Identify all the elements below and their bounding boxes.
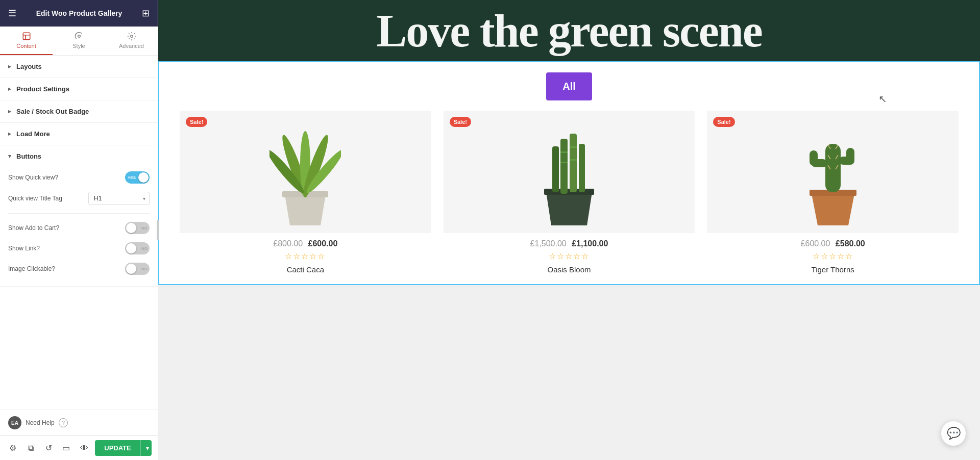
product-price-0: £800.00 £600.00 xyxy=(180,239,431,248)
accordion-layouts-header[interactable]: Layouts xyxy=(0,56,158,78)
product-stars-1: ☆☆☆☆☆ xyxy=(444,251,695,261)
show-add-to-cart-toggle[interactable]: NO xyxy=(125,222,150,234)
svg-rect-0 xyxy=(23,33,30,40)
grid-icon[interactable]: ⊞ xyxy=(142,8,150,19)
price-new-0: £600.00 xyxy=(308,239,338,248)
chevron-load-more-icon xyxy=(8,131,11,137)
accordion-sale-badge-header[interactable]: Sale / Stock Out Badge xyxy=(0,100,158,122)
product-card-1: Sale! xyxy=(444,111,695,274)
show-add-to-cart-label: Show Add to Cart? xyxy=(8,224,125,232)
svg-marker-12 xyxy=(546,192,592,225)
tab-content[interactable]: Content xyxy=(0,27,53,55)
chat-bubble-button[interactable]: 💬 xyxy=(941,421,966,446)
history-icon[interactable]: ↺ xyxy=(42,441,56,455)
toggle-knob-image-clickable xyxy=(126,264,136,274)
products-grid: Sale! £800.00 xyxy=(180,111,959,274)
toggle-knob-add-to-cart xyxy=(126,223,136,233)
price-new-1: £1,100.00 xyxy=(572,239,608,248)
svg-rect-24 xyxy=(825,144,841,192)
show-quick-view-row: Show Quick view? YES xyxy=(8,167,150,188)
image-clickable-label: Image Clickable? xyxy=(8,265,125,272)
accordion-buttons-header[interactable]: ▾ Buttons xyxy=(0,145,158,167)
show-link-toggle[interactable]: NO xyxy=(125,242,150,254)
quick-view-title-tag-row: Quick view Title Tag H1 H2 H3 H4 H5 H6 ▾ xyxy=(8,188,150,209)
product-image-2 xyxy=(707,111,959,233)
layers-icon[interactable]: ⧉ xyxy=(24,441,38,455)
svg-rect-26 xyxy=(810,150,818,166)
gallery-area: All Sale! xyxy=(158,61,980,285)
buttons-section-body: Show Quick view? YES Quick view Title Ta… xyxy=(0,167,158,286)
image-clickable-toggle[interactable]: NO xyxy=(125,263,150,275)
eye-icon[interactable]: 👁 xyxy=(77,441,91,455)
sale-badge-0: Sale! xyxy=(186,117,207,127)
help-question-icon[interactable]: ? xyxy=(59,418,68,427)
left-panel: ☰ Edit Woo Product Gallery ⊞ Content Sty… xyxy=(0,0,158,460)
product-stars-2: ☆☆☆☆☆ xyxy=(707,251,959,261)
resize-handle[interactable] xyxy=(156,0,160,460)
price-old-1: £1,500.00 xyxy=(530,239,567,248)
panel-title: Edit Woo Product Gallery xyxy=(36,9,122,17)
chevron-product-settings-icon xyxy=(8,86,11,92)
update-btn-wrap: UPDATE ▾ xyxy=(95,440,152,456)
accordion-sale-badge: Sale / Stock Out Badge xyxy=(0,100,158,123)
price-old-2: £600.00 xyxy=(801,239,830,248)
accordion-product-settings-header[interactable]: Product Settings xyxy=(0,78,158,100)
sale-badge-1: Sale! xyxy=(450,117,471,127)
update-dropdown-button[interactable]: ▾ xyxy=(140,440,152,456)
svg-rect-17 xyxy=(579,144,585,192)
tablet-icon[interactable]: ▭ xyxy=(60,441,74,455)
tab-advanced[interactable]: Advanced xyxy=(105,27,158,55)
svg-point-4 xyxy=(130,35,133,38)
show-add-to-cart-row: Show Add to Cart? NO xyxy=(8,218,150,238)
plant-cactus-svg xyxy=(797,118,869,225)
chevron-layouts-icon xyxy=(8,63,11,70)
svg-rect-18 xyxy=(560,151,568,153)
product-price-1: £1,500.00 £1,100.00 xyxy=(444,239,695,248)
toggle-knob-quick-view xyxy=(138,172,149,183)
hamburger-icon[interactable]: ☰ xyxy=(8,8,16,19)
panel-header: ☰ Edit Woo Product Gallery ⊞ xyxy=(0,0,158,27)
chevron-buttons-icon: ▾ xyxy=(8,153,11,160)
settings-icon[interactable]: ⚙ xyxy=(6,441,20,455)
price-new-2: £580.00 xyxy=(836,239,865,248)
quick-view-title-tag-select-wrap: H1 H2 H3 H4 H5 H6 ▾ xyxy=(88,192,150,205)
accordion-buttons: ▾ Buttons Show Quick view? YES Quick vie… xyxy=(0,145,158,287)
svg-point-3 xyxy=(78,35,80,38)
chevron-sale-badge-icon xyxy=(8,108,11,115)
product-name-2: Tiger Thorns xyxy=(707,265,959,274)
resize-handle-visual xyxy=(157,220,159,240)
accordion-load-more: Load More xyxy=(0,123,158,145)
product-stars-0: ☆☆☆☆☆ xyxy=(180,251,431,261)
price-old-0: £800.00 xyxy=(273,239,303,248)
hero-text: Love the green scene xyxy=(376,5,762,57)
svg-marker-22 xyxy=(812,194,854,225)
image-clickable-row: Image Clickable? NO xyxy=(8,259,150,279)
accordion-product-settings: Product Settings xyxy=(0,78,158,100)
divider-1 xyxy=(8,213,150,214)
svg-marker-5 xyxy=(285,195,326,225)
accordion-layouts: Layouts xyxy=(0,56,158,78)
ea-badge: EA xyxy=(8,416,21,429)
quick-view-title-tag-select[interactable]: H1 H2 H3 H4 H5 H6 xyxy=(88,192,150,205)
accordion-load-more-header[interactable]: Load More xyxy=(0,123,158,145)
tab-style[interactable]: Style xyxy=(53,27,105,55)
update-button[interactable]: UPDATE xyxy=(95,440,140,456)
plant-snake-svg xyxy=(536,118,602,225)
svg-rect-13 xyxy=(544,189,594,195)
hero-banner: Love the green scene xyxy=(158,0,980,61)
filter-bar: All xyxy=(180,72,959,100)
product-image-1 xyxy=(444,111,695,233)
product-image-0 xyxy=(180,111,431,233)
need-help-section: EA Need Help ? xyxy=(0,410,158,436)
need-help-text: Need Help xyxy=(26,419,55,426)
svg-rect-21 xyxy=(570,159,577,161)
svg-rect-28 xyxy=(846,148,854,163)
svg-rect-15 xyxy=(570,134,577,192)
svg-rect-19 xyxy=(560,162,568,163)
show-quick-view-label: Show Quick view? xyxy=(8,174,125,181)
filter-all-button[interactable]: All xyxy=(546,72,592,100)
svg-rect-14 xyxy=(560,139,568,194)
plant-aloe-svg xyxy=(270,118,341,225)
show-quick-view-toggle[interactable]: YES xyxy=(125,171,150,184)
show-link-label: Show Link? xyxy=(8,245,125,252)
